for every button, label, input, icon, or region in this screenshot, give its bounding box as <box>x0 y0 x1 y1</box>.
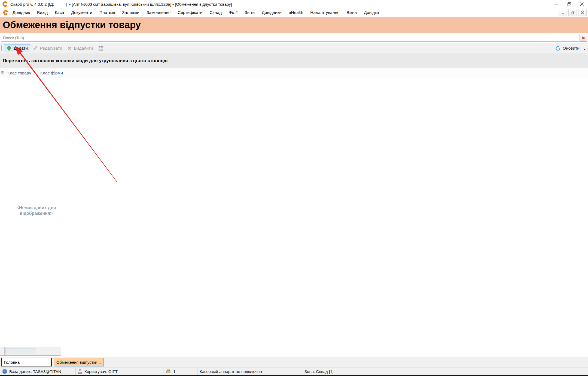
empty-data-line2: відображення> <box>5 210 68 216</box>
status-cash-status-label: Кассовый аппарат не подключен <box>200 369 262 374</box>
close-button[interactable] <box>575 0 588 8</box>
menu-item-zvity[interactable]: Звіти <box>245 10 255 15</box>
delete-button-label: Видалити <box>74 46 93 51</box>
menu-item-filii[interactable]: Філії <box>229 10 237 15</box>
delete-x-icon <box>67 46 72 51</box>
app-window: Скарб pro v. 4.0.0.2 [ІД: | - [Апт №003 … <box>0 0 588 376</box>
add-button-label: Додати <box>14 46 28 51</box>
restore-button[interactable] <box>563 0 575 8</box>
titlebar: Скарб pro v. 4.0.0.2 [ІД: | - [Апт №003 … <box>0 0 588 8</box>
row-indicator-icon <box>0 68 5 78</box>
menu-item-dovidka[interactable]: Довідка <box>364 10 379 15</box>
edit-button[interactable]: Редагувати <box>30 44 65 52</box>
empty-data-message: <Немає даних для відображення> <box>5 205 68 216</box>
search-input[interactable] <box>1 34 579 42</box>
scrollbar-thumb[interactable] <box>5 348 35 354</box>
tab-obmezhennia-vidpustky[interactable]: Обмеження відпустки .. <box>54 358 104 366</box>
toolbar-grip-icon <box>1 45 2 52</box>
bottom-tabs: Головна Обмеження відпустки .. <box>0 357 588 368</box>
status-cash-status: Кассовый аппарат не подключен <box>197 368 302 375</box>
group-panel-text: Перетягніть заголовок колонки сюди для у… <box>3 58 167 64</box>
menu-item-vikna[interactable]: Вікна <box>346 10 357 15</box>
menu-item-vykhid[interactable]: Вихід <box>37 10 48 15</box>
grid-body: <Немає даних для відображення> <box>0 78 588 346</box>
minimize-button[interactable] <box>550 0 563 8</box>
mdi-close-button[interactable] <box>578 9 587 16</box>
column-header-klas-firmy[interactable]: Клас фірми <box>38 68 588 78</box>
menu-item-kasa[interactable]: Каса <box>55 10 64 15</box>
horizontal-scrollbar[interactable] <box>0 347 61 356</box>
window-controls <box>550 0 588 8</box>
add-button[interactable]: Додати <box>4 44 30 52</box>
menu-item-zamovlennia[interactable]: Замовлення <box>147 10 170 15</box>
columns-icon <box>98 46 104 51</box>
menu-items: Довідник Вихід Каса Документи Платежі За… <box>13 10 379 15</box>
column-header-klas-tovaru[interactable]: Клас товару <box>5 68 38 78</box>
mdi-minimize-button[interactable] <box>559 9 567 16</box>
app-logo-icon <box>2 1 8 7</box>
statusbar: База даних: TASA3@TITAN Користувач: GIFT… <box>0 368 588 375</box>
menu-item-dokumenty[interactable]: Документи <box>71 10 92 15</box>
child-window-icon <box>3 10 9 16</box>
clear-x-icon <box>581 36 585 40</box>
status-zone: Зона: Склад [1] <box>302 368 380 375</box>
menu-item-dovidnyky[interactable]: Довідники <box>262 10 282 15</box>
menu-item-nalashtuvannia[interactable]: Налаштування <box>310 10 339 15</box>
grid-column-headers: Клас товару Клас фірми <box>0 68 588 78</box>
refresh-button-label: Оновити <box>563 46 580 51</box>
chevron-down-icon[interactable] <box>584 49 586 50</box>
status-database: База даних: TASA3@TITAN <box>0 368 76 375</box>
tab-holovna[interactable]: Головна <box>1 358 52 366</box>
toolbar: Додати Редагувати Видалити Оновити <box>0 43 588 53</box>
column-chooser-button[interactable] <box>95 44 106 52</box>
menu-item-platezhi[interactable]: Платежі <box>99 10 115 15</box>
user-icon <box>78 369 82 374</box>
refresh-button[interactable]: Оновити <box>555 46 586 51</box>
status-cash-count: 1 <box>163 368 197 375</box>
edit-button-label: Редагувати <box>40 46 62 51</box>
delete-button[interactable]: Видалити <box>65 44 95 52</box>
window-title-suffix: - [Апт №003 смт.Баришівка, вул.Київський… <box>69 2 232 7</box>
refresh-icon <box>555 46 561 51</box>
database-icon <box>2 369 7 374</box>
grid-scroll-row <box>0 346 588 357</box>
page-title: Обмеження відпустки товару <box>3 19 141 30</box>
pencil-icon <box>33 46 38 51</box>
window-title-prefix: Скарб pro v. 4.0.0.2 [ІД: <box>10 2 54 7</box>
group-by-panel[interactable]: Перетягніть заголовок колонки сюди для у… <box>0 53 588 68</box>
plus-icon <box>6 46 12 51</box>
status-database-label: База даних: TASA3@TITAN <box>9 369 61 374</box>
mdi-window-controls <box>559 9 587 16</box>
status-user: Користувач: GIFT <box>76 368 163 375</box>
menu-item-sertyfikaty[interactable]: Сертифікати <box>178 10 202 15</box>
mdi-restore-button[interactable] <box>568 9 577 16</box>
status-user-label: Користувач: GIFT <box>84 369 118 374</box>
clear-search-button[interactable] <box>580 34 587 42</box>
cash-register-icon <box>166 369 171 374</box>
window-title: Скарб pro v. 4.0.0.2 [ІД: | - [Апт №003 … <box>10 2 232 7</box>
scrollbar-left-button[interactable] <box>0 347 5 355</box>
empty-data-line1: <Немає даних для <box>5 205 68 210</box>
menu-item-zalyshky[interactable]: Залишки <box>122 10 139 15</box>
taskbar-edge <box>0 375 588 376</box>
menu-item-sklad[interactable]: Склад <box>209 10 222 15</box>
page-header: Обмеження відпустки товару <box>0 17 588 33</box>
menubar: Довідник Вихід Каса Документи Платежі За… <box>0 8 588 17</box>
menu-item-ehealth[interactable]: eHealth <box>289 10 303 15</box>
search-row <box>0 33 588 43</box>
status-zone-label: Зона: Склад [1] <box>304 369 334 374</box>
window-title-separator: | <box>66 2 67 7</box>
status-cash-count-value: 1 <box>173 369 175 374</box>
menu-item-dovidnyk[interactable]: Довідник <box>13 10 30 15</box>
